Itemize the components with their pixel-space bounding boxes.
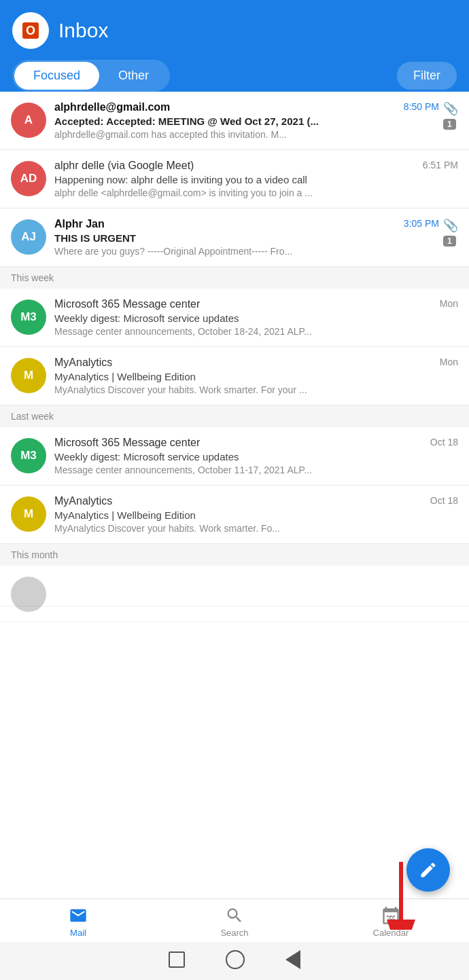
mail-nav-label: Mail: [70, 928, 86, 938]
email-subject: THIS IS URGENT: [54, 232, 439, 244]
last-week-section-label: Last week: [0, 405, 469, 427]
email-sender: MyAnalytics: [54, 357, 434, 369]
email-sender: MyAnalytics: [54, 495, 425, 507]
email-time: Oct 18: [430, 495, 458, 506]
email-item[interactable]: M3Microsoft 365 Message centerOct 18Week…: [0, 427, 469, 486]
email-item[interactable]: Aalphrdelle@gmail.com8:50 PMAccepted: Ac…: [0, 92, 469, 150]
avatar: M3: [11, 438, 46, 473]
email-subject: Accepted: Accepted: MEETING @ Wed Oct 27…: [54, 115, 439, 127]
home-button[interactable]: [226, 950, 245, 969]
email-time: 6:51 PM: [423, 160, 458, 170]
header: O Inbox Focused Other Filter: [0, 0, 469, 92]
email-header-row: MyAnalyticsMon: [54, 357, 458, 369]
email-subject: Weekly digest: Microsoft service updates: [54, 312, 458, 324]
email-header-row: Microsoft 365 Message centerMon: [54, 298, 458, 310]
avatar: M: [11, 358, 46, 393]
search-icon: [225, 906, 244, 925]
svg-text:O: O: [26, 24, 35, 37]
email-header-row: alphr delle (via Google Meet)6:51 PM: [54, 160, 458, 172]
email-header-row: Alphr Jan3:05 PM: [54, 218, 439, 230]
avatar: M3: [11, 300, 46, 335]
nav-search[interactable]: Search: [156, 906, 313, 938]
home-icon: [226, 950, 245, 969]
email-item[interactable]: [0, 566, 469, 622]
email-content: Microsoft 365 Message centerMonWeekly di…: [54, 298, 458, 337]
email-sender: Alphr Jan: [54, 218, 398, 230]
last-week-emails: M3Microsoft 365 Message centerOct 18Week…: [0, 427, 469, 544]
attachment-icon: 📎: [443, 101, 458, 116]
email-list: Aalphrdelle@gmail.com8:50 PMAccepted: Ac…: [0, 92, 469, 899]
email-preview: MyAnalytics Discover your habits. Work s…: [54, 523, 458, 534]
email-header-row: alphrdelle@gmail.com8:50 PM: [54, 101, 439, 113]
email-header-row: Microsoft 365 Message centerOct 18: [54, 437, 458, 449]
today-emails: Aalphrdelle@gmail.com8:50 PMAccepted: Ac…: [0, 92, 469, 267]
this-month-emails: [0, 566, 469, 606]
email-subject: Happening now: alphr delle is inviting y…: [54, 174, 458, 185]
this-week-emails: M3Microsoft 365 Message centerMonWeekly …: [0, 289, 469, 405]
email-preview: MyAnalytics Discover your habits. Work s…: [54, 384, 458, 395]
recent-apps-icon: [169, 951, 185, 968]
attachment-icon: 📎: [443, 218, 458, 233]
office-logo-icon: O: [20, 20, 41, 41]
email-preview: alphr delle <alphrdelle@gmail.com> is in…: [54, 187, 458, 198]
email-sender: Microsoft 365 Message center: [54, 437, 425, 449]
email-subject: MyAnalytics | Wellbeing Edition: [54, 509, 458, 521]
email-content: Alphr Jan3:05 PMTHIS IS URGENTWhere are …: [54, 218, 439, 257]
email-item[interactable]: AJAlphr Jan3:05 PMTHIS IS URGENTWhere ar…: [0, 208, 469, 267]
email-time: Mon: [440, 357, 458, 367]
recent-apps-button[interactable]: [169, 951, 185, 968]
this-month-section-label: This month: [0, 544, 469, 566]
email-sender: Microsoft 365 Message center: [54, 298, 434, 310]
email-preview: alphrdelle@gmail.com has accepted this i…: [54, 129, 439, 140]
email-subject: Weekly digest: Microsoft service updates: [54, 451, 458, 462]
avatar: AD: [11, 161, 46, 196]
email-item[interactable]: ADalphr delle (via Google Meet)6:51 PMHa…: [0, 150, 469, 208]
tab-group: Focused Other: [12, 60, 170, 92]
this-week-section-label: This week: [0, 267, 469, 289]
email-item[interactable]: MMyAnalyticsMonMyAnalytics | Wellbeing E…: [0, 347, 469, 405]
email-item[interactable]: M3Microsoft 365 Message centerMonWeekly …: [0, 289, 469, 347]
avatar: [11, 577, 46, 612]
email-time: Mon: [440, 298, 458, 309]
email-time: 8:50 PM: [404, 101, 439, 112]
email-preview: Where are you guys? -----Original Appoin…: [54, 246, 439, 257]
email-content: alphrdelle@gmail.com8:50 PMAccepted: Acc…: [54, 101, 439, 140]
back-icon: [285, 950, 300, 969]
email-badge: 1: [443, 236, 456, 247]
email-item[interactable]: MMyAnalyticsOct 18MyAnalytics | Wellbein…: [0, 486, 469, 544]
system-nav-bar: [0, 942, 469, 980]
search-nav-label: Search: [220, 928, 248, 938]
tab-other[interactable]: Other: [99, 62, 168, 90]
mail-icon: [69, 906, 88, 925]
tab-focused[interactable]: Focused: [14, 62, 99, 90]
email-content: alphr delle (via Google Meet)6:51 PMHapp…: [54, 160, 458, 198]
office-logo: O: [12, 12, 49, 49]
email-time: 3:05 PM: [404, 218, 439, 229]
header-top: O Inbox: [12, 12, 457, 49]
compose-fab[interactable]: [406, 848, 450, 892]
inbox-title: Inbox: [58, 19, 108, 42]
compose-icon: [419, 860, 438, 879]
email-preview: Message center announcements, October 18…: [54, 326, 458, 337]
email-meta: 📎1: [443, 101, 458, 130]
header-tabs: Focused Other Filter: [12, 60, 457, 92]
email-meta: 📎1: [443, 218, 458, 247]
email-content: Microsoft 365 Message centerOct 18Weekly…: [54, 437, 458, 475]
avatar: A: [11, 103, 46, 138]
nav-mail[interactable]: Mail: [0, 906, 156, 938]
email-content: MyAnalyticsMonMyAnalytics | Wellbeing Ed…: [54, 357, 458, 395]
back-button[interactable]: [285, 950, 300, 969]
email-header-row: MyAnalyticsOct 18: [54, 495, 458, 507]
email-sender: alphrdelle@gmail.com: [54, 101, 398, 113]
email-content: MyAnalyticsOct 18MyAnalytics | Wellbeing…: [54, 495, 458, 534]
avatar: AJ: [11, 219, 46, 255]
email-badge: 1: [443, 119, 456, 130]
email-sender: alphr delle (via Google Meet): [54, 160, 417, 172]
email-subject: MyAnalytics | Wellbeing Edition: [54, 371, 458, 382]
filter-button[interactable]: Filter: [397, 62, 457, 90]
email-preview: Message center announcements, October 11…: [54, 465, 458, 475]
avatar: M: [11, 496, 46, 532]
email-time: Oct 18: [430, 437, 458, 448]
